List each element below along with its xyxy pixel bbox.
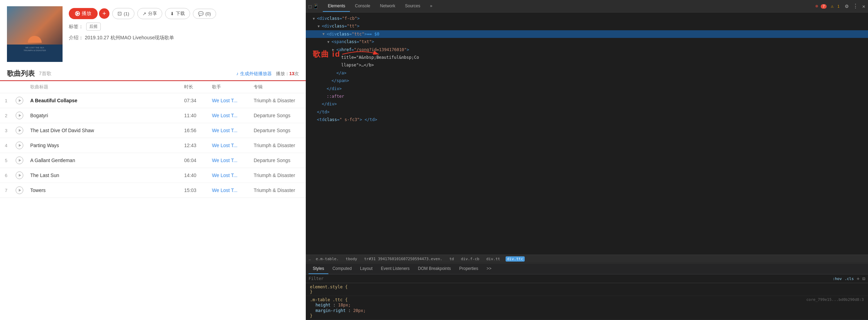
cursor-icon[interactable]: ⬚ (309, 3, 311, 9)
close-icon[interactable]: ✕ (862, 3, 865, 9)
download-button[interactable]: ⬇ 下载 (165, 8, 190, 19)
html-line-4[interactable]: <span class="txt"> (306, 38, 868, 46)
song-artist[interactable]: We Lost T... (208, 138, 250, 153)
add-button[interactable]: + (99, 8, 109, 19)
play-circle-btn[interactable] (16, 157, 23, 164)
song-duration: 14:40 (181, 168, 208, 183)
triangle-2[interactable] (318, 23, 321, 29)
song-album[interactable]: Triumph & Disaster (250, 168, 306, 183)
html-line-12[interactable]: </div> (306, 100, 868, 108)
collect-button[interactable]: ⊡ (1) (112, 8, 134, 19)
breadcrumb-1[interactable]: tbody (344, 256, 359, 262)
song-play[interactable] (12, 93, 27, 108)
song-artist[interactable]: We Lost T... (208, 108, 250, 123)
tab-elements[interactable]: Elements (323, 1, 350, 12)
html-line-11[interactable]: ::after (306, 93, 868, 100)
intro-label: 介绍： (69, 35, 83, 40)
song-album[interactable]: Departure Songs (250, 123, 306, 138)
html-line-2[interactable]: <div class="tt"> (306, 22, 868, 30)
song-album[interactable]: Departure Songs (250, 108, 306, 123)
song-play[interactable] (12, 183, 27, 198)
song-title: Bogatyri (27, 108, 181, 123)
html-line-8[interactable]: </a> (306, 69, 868, 77)
song-play[interactable] (12, 123, 27, 138)
styles-tab-layout[interactable]: Layout (356, 264, 377, 274)
song-play[interactable] (12, 168, 27, 183)
html-line-5[interactable]: <a href="/song?id=1394176010"> (306, 46, 868, 54)
elements-wrapper: <div class="f-cb"> <div class="tt"> <div… (306, 13, 868, 255)
css-source-0[interactable]: core_799e15...bd0b290d8:3 (806, 297, 864, 302)
triangle-1[interactable] (313, 16, 316, 22)
add-style-icon[interactable]: + (857, 276, 859, 281)
css-selector-0: element.style { (310, 285, 347, 289)
html-line-13[interactable]: </td> (306, 108, 868, 116)
breadcrumb-0[interactable]: e.m-table. (314, 256, 340, 262)
styles-tab-styles[interactable]: Styles (309, 264, 328, 274)
triangle-4[interactable] (327, 39, 331, 45)
css-block-element-style: element.style { } (306, 283, 868, 296)
song-play[interactable] (12, 153, 27, 168)
more-options-icon[interactable]: ⋮ (853, 3, 858, 9)
breadcrumb-3[interactable]: td (448, 256, 455, 262)
styles-tab-more[interactable]: >> (482, 264, 496, 274)
play-circle-btn[interactable] (16, 186, 23, 194)
song-title-text: A Gallant Gentleman (30, 158, 75, 163)
song-album[interactable]: Triumph & Disaster (250, 93, 306, 108)
song-play[interactable] (12, 138, 27, 153)
styles-tab-computed[interactable]: Computed (328, 264, 356, 274)
html-line-10[interactable]: </div> (306, 85, 868, 93)
hov-button[interactable]: :hov (833, 277, 842, 281)
song-album[interactable]: Triumph & Disaster (250, 183, 306, 198)
song-table-head: 歌曲标题 时长 歌手 专辑 (0, 81, 306, 93)
share-button[interactable]: ↗ 分享 (137, 8, 162, 19)
play-circle-btn[interactable] (16, 171, 23, 179)
triangle-5[interactable] (332, 47, 336, 53)
song-album[interactable]: Departure Songs (250, 153, 306, 168)
song-title-text: Parting Ways (30, 143, 59, 148)
styles-tab-event-listeners[interactable]: Event Listeners (377, 264, 414, 274)
html-line-6[interactable]: title="A&nbsp;Beautiful&nbsp;Co (306, 54, 868, 61)
play-circle-btn[interactable] (16, 112, 23, 119)
play-count-label: 播放： (276, 71, 289, 76)
comment-button[interactable]: 💬 (0) (193, 9, 216, 19)
layout-icon[interactable]: ⊡ (862, 276, 865, 281)
html-line-14[interactable]: <td class=" s-fc3"> </td> (306, 116, 868, 123)
play-button[interactable]: 播放 (69, 8, 98, 19)
tab-more[interactable]: » (425, 1, 437, 12)
elements-panel[interactable]: <div class="f-cb"> <div class="tt"> <div… (306, 13, 868, 255)
song-artist[interactable]: We Lost T... (208, 168, 250, 183)
cls-button[interactable]: .cls (845, 277, 854, 281)
styles-tab-properties[interactable]: Properties (455, 264, 483, 274)
song-play[interactable] (12, 108, 27, 123)
song-num: 1 (0, 93, 12, 108)
album-text: WE LOST THE SEATRIUMPH & DISASTER (7, 45, 63, 52)
filter-input[interactable] (309, 276, 830, 281)
comment-label: (0) (205, 11, 211, 16)
breadcrumb-4[interactable]: div.f-cb (459, 256, 481, 262)
song-artist[interactable]: We Lost T... (208, 93, 250, 108)
breadcrumb-5[interactable]: div.tt (485, 256, 501, 262)
song-artist[interactable]: We Lost T... (208, 183, 250, 198)
settings-icon[interactable]: ⚙ (845, 3, 849, 9)
breadcrumb-6[interactable]: div.ttc (506, 256, 524, 262)
device-icon[interactable]: 📱 (313, 3, 319, 9)
tab-network[interactable]: Network (375, 1, 400, 12)
song-table-wrapper: 歌曲标题 时长 歌手 专辑 1 A Beautiful Collapse 07:… (0, 81, 306, 198)
song-artist[interactable]: We Lost T... (208, 123, 250, 138)
song-artist[interactable]: We Lost T... (208, 153, 250, 168)
breadcrumb-2[interactable]: tr#31 39417601016072505​94473.even. (363, 256, 444, 262)
html-line-3[interactable]: <div class="ttc"> == $0 (306, 30, 868, 38)
tab-console[interactable]: Console (350, 1, 375, 12)
tab-sources[interactable]: Sources (400, 1, 425, 12)
html-line-1[interactable]: <div class="f-cb"> (306, 15, 868, 22)
song-album[interactable]: Triumph & Disaster (250, 138, 306, 153)
generate-link[interactable]: ♪ 生成外链播放器 (236, 71, 272, 77)
play-circle-btn[interactable] (16, 127, 23, 134)
play-circle-btn[interactable] (16, 97, 23, 104)
tag-badge-0[interactable]: 后摇 (86, 23, 101, 31)
triangle-3[interactable] (322, 31, 326, 37)
play-circle-btn[interactable] (16, 142, 23, 149)
styles-tab-dom-breakpoints[interactable]: DOM Breakpoints (414, 264, 455, 274)
html-line-9[interactable]: </span> (306, 77, 868, 85)
html-line-7[interactable]: llapse">…</b> (306, 61, 868, 69)
